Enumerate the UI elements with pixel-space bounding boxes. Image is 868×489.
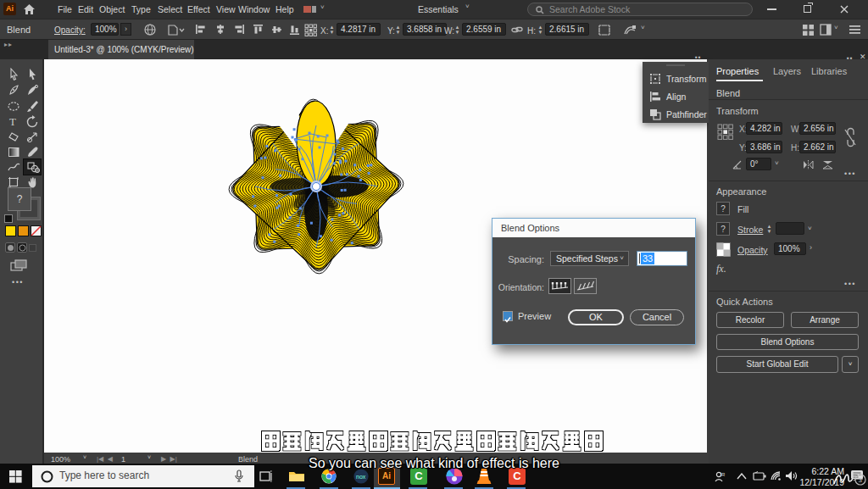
svg-text:R: R xyxy=(721,472,726,477)
svg-text:T: T xyxy=(9,115,16,128)
svg-text:nox: nox xyxy=(356,474,366,480)
